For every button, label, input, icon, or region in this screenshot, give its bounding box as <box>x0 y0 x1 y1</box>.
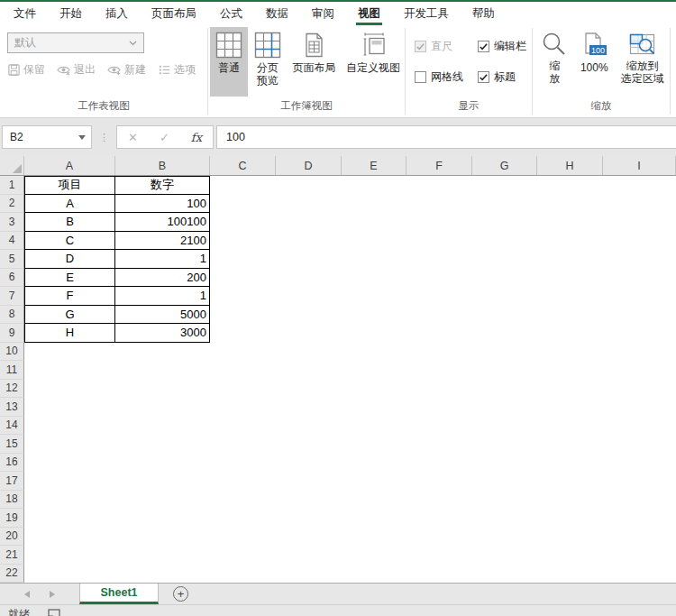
checkbox-headings[interactable]: 标题 <box>478 69 528 85</box>
checkbox-box-formula-bar <box>478 41 489 52</box>
cell-A5[interactable]: D <box>24 250 115 269</box>
cell-B6[interactable]: 200 <box>115 269 210 288</box>
row-header-7[interactable]: 7 <box>0 287 24 306</box>
group-workbook-views: 普通 分页 预览 页面布局 <box>208 25 405 117</box>
row-header-19[interactable]: 19 <box>0 509 24 528</box>
new-view-button[interactable]: 新建 <box>107 62 146 78</box>
tab-formulas[interactable]: 公式 <box>208 2 254 25</box>
view-options-button[interactable]: 选项 <box>158 62 196 78</box>
sheet-view-dropdown[interactable]: 默认 <box>7 32 144 53</box>
cell-B8[interactable]: 5000 <box>115 306 210 325</box>
checkbox-ruler[interactable]: 直尺 <box>415 39 474 54</box>
zoom-to-selection-button[interactable]: 缩放到 选定区域 <box>616 27 670 97</box>
cell-A8[interactable]: G <box>24 306 115 325</box>
insert-function-icon[interactable]: fx <box>191 131 202 144</box>
group-label-workbook-views: 工作簿视图 <box>208 97 405 117</box>
macro-record-icon[interactable] <box>48 609 60 616</box>
page-100-icon: 100 <box>581 32 607 59</box>
enter-icon[interactable]: ✓ <box>160 131 169 144</box>
next-sheet-icon[interactable] <box>50 591 55 598</box>
sheet-view-buttons: 保留 退出 新建 选项 <box>7 62 207 78</box>
custom-views-icon <box>359 32 388 59</box>
row-header-22[interactable]: 22 <box>0 565 24 584</box>
list-options-icon <box>158 63 171 77</box>
row-header-21[interactable]: 21 <box>0 546 24 565</box>
cell-A9[interactable]: H <box>24 324 115 343</box>
column-header-I[interactable]: I <box>603 156 676 175</box>
cell-A4[interactable]: C <box>24 232 115 251</box>
row-header-3[interactable]: 3 <box>0 213 24 232</box>
normal-view-label: 普通 <box>218 61 240 74</box>
name-box[interactable]: B2 <box>2 125 92 149</box>
column-header-G[interactable]: G <box>472 156 537 175</box>
cell-A1[interactable]: 项目 <box>24 176 115 195</box>
column-header-H[interactable]: H <box>537 156 603 175</box>
formula-input[interactable]: 100 <box>216 125 676 149</box>
cell-B5[interactable]: 1 <box>115 250 210 269</box>
tab-view[interactable]: 视图 <box>346 2 392 25</box>
row-header-15[interactable]: 15 <box>0 435 24 454</box>
row-header-10[interactable]: 10 <box>0 343 24 362</box>
row-header-8[interactable]: 8 <box>0 306 24 325</box>
column-header-B[interactable]: B <box>115 156 210 175</box>
prev-sheet-icon[interactable] <box>24 591 30 598</box>
row-header-16[interactable]: 16 <box>0 454 24 473</box>
cell-B9[interactable]: 3000 <box>115 324 210 343</box>
zoom-button[interactable]: 缩放 <box>536 27 573 97</box>
column-header-D[interactable]: D <box>276 156 342 175</box>
cell-B1[interactable]: 数字 <box>115 176 210 195</box>
checkbox-formula-bar[interactable]: 编辑栏 <box>478 39 528 54</box>
row-header-5[interactable]: 5 <box>0 250 24 269</box>
tab-developer[interactable]: 开发工具 <box>392 2 461 25</box>
cell-B7[interactable]: 1 <box>115 287 210 306</box>
row-header-9[interactable]: 9 <box>0 324 24 343</box>
tab-insert[interactable]: 插入 <box>94 2 140 25</box>
normal-view-button[interactable]: 普通 <box>210 27 248 97</box>
exit-view-button[interactable]: 退出 <box>57 62 96 78</box>
row-header-12[interactable]: 12 <box>0 380 24 399</box>
tab-file[interactable]: 文件 <box>2 2 48 25</box>
tab-review[interactable]: 审阅 <box>300 2 346 25</box>
keep-view-button[interactable]: 保留 <box>7 62 45 78</box>
column-header-E[interactable]: E <box>342 156 407 175</box>
row-header-4[interactable]: 4 <box>0 232 24 251</box>
cell-B2[interactable]: 100 <box>115 195 210 214</box>
row-header-20[interactable]: 20 <box>0 528 24 547</box>
zoom-100-button[interactable]: 100 100% <box>573 27 616 97</box>
add-sheet-button[interactable]: + <box>173 586 188 602</box>
row-header-6[interactable]: 6 <box>0 269 24 288</box>
cancel-icon[interactable]: ✕ <box>128 131 138 144</box>
cell-B3[interactable]: 100100 <box>115 213 210 232</box>
column-header-C[interactable]: C <box>210 156 276 175</box>
checkbox-gridlines[interactable]: 网格线 <box>415 69 474 85</box>
custom-views-button[interactable]: 自定义视图 <box>342 27 405 97</box>
cell-A6[interactable]: E <box>24 269 115 288</box>
row-header-14[interactable]: 14 <box>0 417 24 436</box>
tab-home[interactable]: 开始 <box>48 2 94 25</box>
grid-row-15: 15 <box>0 435 676 454</box>
cell-B4[interactable]: 2100 <box>115 232 210 251</box>
cell-A3[interactable]: B <box>24 213 115 232</box>
sheet-tab-sheet1[interactable]: Sheet1 <box>79 584 159 604</box>
column-header-F[interactable]: F <box>407 156 472 175</box>
row-header-17[interactable]: 17 <box>0 472 24 491</box>
row-header-18[interactable]: 18 <box>0 491 24 510</box>
column-header-A[interactable]: A <box>24 156 115 175</box>
row-header-2[interactable]: 2 <box>0 195 24 214</box>
tab-page-layout[interactable]: 页面布局 <box>140 2 208 25</box>
row-header-13[interactable]: 13 <box>0 398 24 417</box>
cell-A7[interactable]: F <box>24 287 115 306</box>
tab-data[interactable]: 数据 <box>254 2 300 25</box>
select-all-corner[interactable] <box>0 156 24 175</box>
page-break-preview-button[interactable]: 分页 预览 <box>248 27 286 97</box>
grid-row-19: 19 <box>0 509 676 528</box>
workbook-views-buttons: 普通 分页 预览 页面布局 <box>208 27 405 97</box>
grid-row-22: 22 <box>0 565 676 584</box>
sheet-tab-bar: Sheet1 + <box>0 583 676 604</box>
tab-help[interactable]: 帮助 <box>461 2 507 25</box>
page-layout-view-button[interactable]: 页面布局 <box>287 27 342 97</box>
row-header-1[interactable]: 1 <box>0 176 24 195</box>
row-header-11[interactable]: 11 <box>0 361 24 380</box>
zoom-buttons: 缩放 100 100% 缩放到 选定区域 <box>533 27 670 97</box>
cell-A2[interactable]: A <box>24 195 115 214</box>
